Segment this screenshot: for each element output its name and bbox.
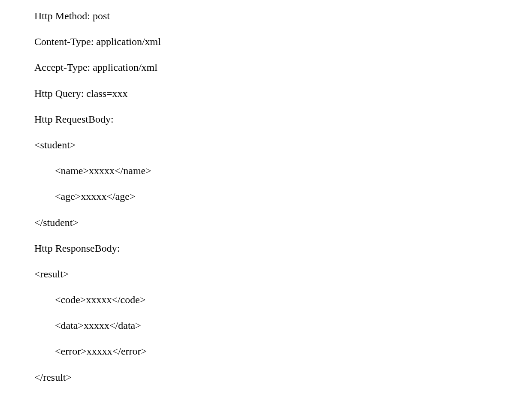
accept-type-line: Accept-Type: application/xml: [34, 61, 532, 74]
response-xml-code: <code>xxxxx</code>: [34, 293, 532, 307]
http-query-line: Http Query: class=xxx: [34, 87, 532, 100]
request-xml-student-close: </student>: [34, 216, 532, 229]
request-xml-age: <age>xxxxx</age>: [34, 190, 532, 203]
http-responsebody-label: Http ResponseBody:: [34, 242, 532, 255]
http-method-line: Http Method: post: [34, 9, 532, 23]
http-requestbody-label: Http RequestBody:: [34, 113, 532, 126]
response-xml-data: <data>xxxxx</data>: [34, 319, 532, 332]
response-xml-result-close: </result>: [34, 371, 532, 384]
response-xml-result-open: <result>: [34, 268, 532, 281]
request-xml-student-open: <student>: [34, 138, 532, 152]
response-xml-error: <error>xxxxx</error>: [34, 345, 532, 358]
content-type-line: Content-Type: application/xml: [34, 35, 532, 48]
request-xml-name: <name>xxxxx</name>: [34, 164, 532, 177]
